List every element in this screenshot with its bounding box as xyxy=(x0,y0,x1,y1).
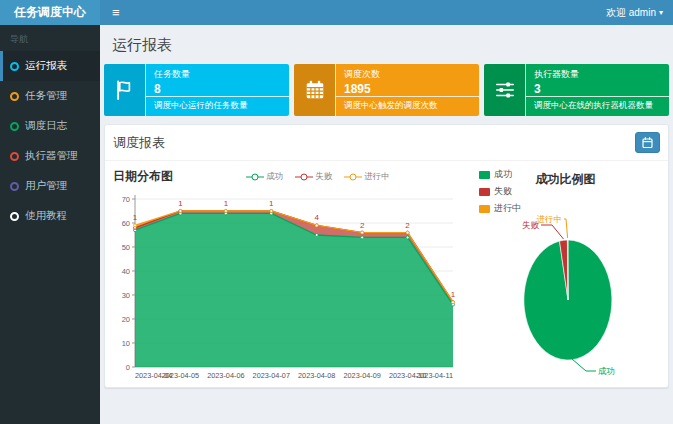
stat-title: 调度次数 xyxy=(344,68,471,81)
svg-text:10: 10 xyxy=(122,339,130,348)
svg-text:2023-04-08: 2023-04-08 xyxy=(298,371,335,380)
success-ratio-pie-chart: 成功失败进行中 成功比例图 成功失败进行中 xyxy=(467,163,664,383)
stat-desc: 调度中心触发的调度次数 xyxy=(336,96,479,116)
svg-text:20: 20 xyxy=(122,315,130,324)
calendar-icon xyxy=(294,64,336,116)
legend-label: 成功 xyxy=(266,171,283,183)
svg-text:4: 4 xyxy=(314,213,319,222)
stat-title: 任务数量 xyxy=(154,68,281,81)
circle-o-icon xyxy=(10,122,19,131)
legend-marker-icon xyxy=(344,172,362,182)
svg-text:0: 0 xyxy=(126,363,130,372)
sidebar-section-header: 导航 xyxy=(0,25,100,51)
panel-header: 调度报表 xyxy=(105,125,668,161)
svg-text:2: 2 xyxy=(360,221,365,230)
area-chart-canvas: 010203040506070111142212023-04-042023-04… xyxy=(109,187,461,383)
svg-text:30: 30 xyxy=(122,291,130,300)
report-panel: 调度报表 日期分布图 成功失败进行中 010203040506070111142… xyxy=(104,124,669,388)
legend-label: 失败 xyxy=(494,185,512,198)
stat-card-job-count: 任务数量8调度中心运行的任务数量 xyxy=(104,64,289,116)
legend-marker-icon xyxy=(295,172,313,182)
sidebar: 导航 运行报表任务管理调度日志执行器管理用户管理使用教程 xyxy=(0,25,100,424)
caret-down-icon: ▾ xyxy=(659,8,663,17)
app-logo[interactable]: 任务调度中心 xyxy=(0,0,100,25)
stat-title: 执行器数量 xyxy=(534,68,661,81)
area-chart-header: 日期分布图 成功失败进行中 xyxy=(109,163,467,187)
panel-title: 调度报表 xyxy=(113,134,165,152)
svg-text:70: 70 xyxy=(122,195,130,204)
sidebar-item-executor-manage[interactable]: 执行器管理 xyxy=(0,141,100,171)
sidebar-item-label: 调度日志 xyxy=(25,119,67,133)
sidebar-toggle-icon[interactable]: ≡ xyxy=(100,0,132,25)
stat-desc: 调度中心运行的任务数量 xyxy=(146,96,289,116)
legend-item[interactable]: 成功 xyxy=(479,168,521,181)
legend-item[interactable]: 进行中 xyxy=(479,202,521,215)
svg-text:1: 1 xyxy=(178,199,183,208)
stat-desc: 调度中心在线的执行器机器数量 xyxy=(526,96,669,116)
main-content: 运行报表 任务数量8调度中心运行的任务数量调度次数1895调度中心触发的调度次数… xyxy=(100,25,673,424)
navbar-body: ≡ 欢迎 admin ▾ xyxy=(100,0,673,25)
sidebar-item-label: 任务管理 xyxy=(25,89,67,103)
sidebar-item-job-log[interactable]: 调度日志 xyxy=(0,111,100,141)
sidebar-menu: 运行报表任务管理调度日志执行器管理用户管理使用教程 xyxy=(0,51,100,231)
sidebar-item-help[interactable]: 使用教程 xyxy=(0,201,100,231)
legend-item[interactable]: 进行中 xyxy=(344,171,390,183)
stat-card-body: 调度次数1895调度中心触发的调度次数 xyxy=(336,64,479,116)
svg-text:进行中: 进行中 xyxy=(536,214,562,224)
legend-marker-icon xyxy=(246,172,264,182)
svg-text:2: 2 xyxy=(405,221,410,230)
legend-label: 进行中 xyxy=(494,202,521,215)
legend-item[interactable]: 失败 xyxy=(295,171,332,183)
svg-text:成功: 成功 xyxy=(598,366,615,376)
svg-text:50: 50 xyxy=(122,243,130,252)
circle-o-icon xyxy=(10,62,19,71)
area-chart-legend: 成功失败进行中 xyxy=(173,171,463,183)
circle-o-icon xyxy=(10,92,19,101)
svg-text:1: 1 xyxy=(224,199,229,208)
top-navbar: 任务调度中心 ≡ 欢迎 admin ▾ xyxy=(0,0,673,25)
user-menu[interactable]: 欢迎 admin ▾ xyxy=(606,6,673,20)
svg-text:1: 1 xyxy=(269,199,274,208)
stat-card-executor-count: 执行器数量3调度中心在线的执行器机器数量 xyxy=(484,64,669,116)
legend-swatch-icon xyxy=(479,171,490,179)
legend-swatch-icon xyxy=(479,205,490,213)
legend-label: 成功 xyxy=(494,168,512,181)
stat-card-trigger-count: 调度次数1895调度中心触发的调度次数 xyxy=(294,64,479,116)
sidebar-item-label: 使用教程 xyxy=(25,209,67,223)
svg-text:2023-04-06: 2023-04-06 xyxy=(207,371,244,380)
sidebar-item-label: 运行报表 xyxy=(25,59,67,73)
pie-chart-legend: 成功失败进行中 xyxy=(479,168,521,215)
date-range-button[interactable] xyxy=(635,132,660,153)
sidebar-item-label: 执行器管理 xyxy=(25,149,78,163)
flag-icon xyxy=(104,64,146,116)
svg-text:1: 1 xyxy=(133,213,138,222)
circle-o-icon xyxy=(10,152,19,161)
legend-item[interactable]: 失败 xyxy=(479,185,521,198)
stat-value: 1895 xyxy=(344,81,471,96)
sidebar-item-job-manage[interactable]: 任务管理 xyxy=(0,81,100,111)
pie-chart-canvas: 成功失败进行中 xyxy=(468,208,664,380)
stat-value: 8 xyxy=(154,81,281,96)
stat-card-body: 任务数量8调度中心运行的任务数量 xyxy=(146,64,289,116)
sidebar-item-run-report[interactable]: 运行报表 xyxy=(0,51,100,81)
stat-card-body: 执行器数量3调度中心在线的执行器机器数量 xyxy=(526,64,669,116)
legend-item[interactable]: 成功 xyxy=(246,171,283,183)
page-title: 运行报表 xyxy=(100,25,673,64)
circle-o-icon xyxy=(10,212,19,221)
legend-label: 进行中 xyxy=(364,171,390,183)
stat-value: 3 xyxy=(534,81,661,96)
area-chart-title: 日期分布图 xyxy=(113,168,173,185)
welcome-label: 欢迎 admin xyxy=(606,6,656,20)
stat-cards-row: 任务数量8调度中心运行的任务数量调度次数1895调度中心触发的调度次数执行器数量… xyxy=(100,64,673,116)
svg-text:1: 1 xyxy=(451,290,456,299)
sidebar-item-user-manage[interactable]: 用户管理 xyxy=(0,171,100,201)
sidebar-item-label: 用户管理 xyxy=(25,179,67,193)
panel-body: 日期分布图 成功失败进行中 01020304050607011114221202… xyxy=(105,161,668,387)
svg-text:2023-04-07: 2023-04-07 xyxy=(253,371,290,380)
circle-o-icon xyxy=(10,182,19,191)
svg-text:2023-04-05: 2023-04-05 xyxy=(162,371,199,380)
daily-distribution-chart: 日期分布图 成功失败进行中 01020304050607011114221202… xyxy=(109,163,467,383)
sliders-icon xyxy=(484,64,526,116)
svg-text:2023-04-09: 2023-04-09 xyxy=(343,371,380,380)
svg-text:60: 60 xyxy=(122,219,130,228)
